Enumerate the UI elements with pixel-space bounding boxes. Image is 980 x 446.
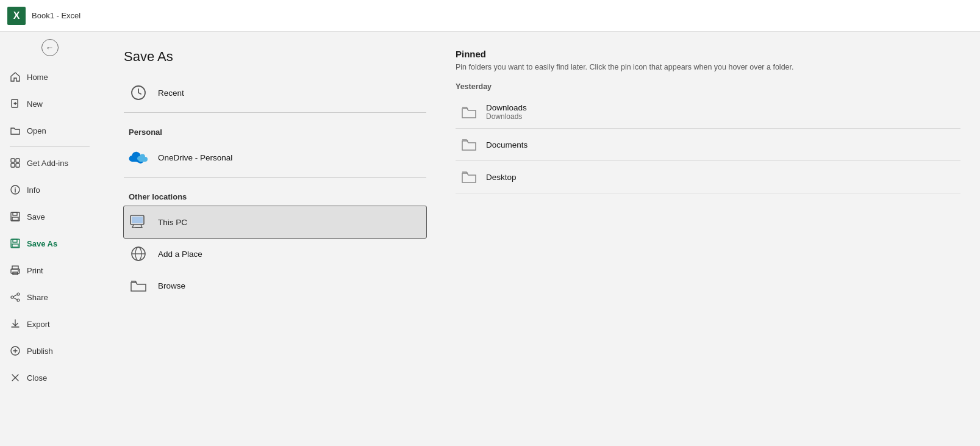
pinned-subtitle: Pin folders you want to easily find late… (456, 63, 960, 71)
addins-icon (10, 157, 21, 168)
export-icon (10, 318, 21, 329)
clock-icon (129, 83, 148, 103)
personal-divider (124, 112, 426, 113)
svg-rect-11 (13, 239, 17, 242)
folder-downloads-sub: Downloads (486, 112, 527, 121)
folder-icon-downloads (460, 104, 477, 121)
sidebar-item-info[interactable]: Info (0, 176, 99, 203)
folder-desktop[interactable]: Desktop (456, 161, 960, 193)
location-add-place[interactable]: Add a Place (124, 238, 426, 270)
saveas-right: Pinned Pin folders you want to easily fi… (441, 32, 980, 446)
svg-rect-1 (11, 159, 15, 162)
location-browse[interactable]: Browse (124, 270, 426, 301)
publish-icon (10, 345, 21, 356)
svg-rect-13 (12, 266, 18, 269)
app-body: ← Home New Open (0, 32, 980, 446)
other-divider (124, 177, 426, 178)
titlebar: X Book1 - Excel (0, 0, 980, 32)
folder-documents-texts: Documents (486, 140, 528, 149)
folder-downloads[interactable]: Downloads Downloads (456, 96, 960, 129)
saveas-locations: Save As Recent Personal (99, 32, 441, 446)
svg-point-18 (11, 296, 13, 298)
location-recent[interactable]: Recent (124, 77, 426, 109)
location-onedrive[interactable]: OneDrive - Personal (124, 142, 426, 173)
yesterday-label: Yesterday (456, 82, 960, 91)
folder-documents[interactable]: Documents (456, 129, 960, 161)
svg-rect-4 (16, 164, 20, 167)
open-icon (10, 125, 21, 136)
back-arrow-icon[interactable]: ← (41, 39, 59, 56)
save-icon (10, 211, 21, 222)
back-button[interactable]: ← (0, 32, 99, 63)
svg-point-16 (18, 270, 19, 272)
folder-downloads-name: Downloads (486, 103, 527, 112)
sidebar-item-share[interactable]: Share (0, 284, 99, 311)
sidebar-item-new[interactable]: New (0, 90, 99, 117)
svg-rect-3 (11, 164, 15, 167)
sidebar-item-save[interactable]: Save (0, 203, 99, 230)
sidebar-item-close[interactable]: Close (0, 364, 99, 391)
location-this-pc[interactable]: This PC (124, 206, 426, 238)
nav-divider-1 (10, 146, 90, 147)
onedrive-icon (129, 148, 148, 167)
svg-rect-23 (132, 217, 143, 223)
svg-point-19 (17, 299, 20, 301)
other-section-label: Other locations (129, 192, 421, 201)
pinned-title: Pinned (456, 49, 960, 59)
sidebar-item-print[interactable]: Print (0, 257, 99, 284)
browse-icon (129, 276, 148, 295)
saveas-panel: Save As Recent Personal (99, 32, 980, 446)
share-icon (10, 292, 21, 303)
svg-point-17 (17, 293, 20, 295)
folder-desktop-name: Desktop (486, 173, 517, 182)
excel-logo: X (7, 7, 26, 25)
save-as-icon (10, 238, 21, 249)
saveas-title: Save As (124, 49, 426, 65)
folder-icon-documents (460, 136, 477, 153)
info-icon (10, 184, 21, 195)
sidebar-item-home[interactable]: Home (0, 63, 99, 90)
svg-rect-2 (16, 159, 20, 162)
sidebar-nav: Home New Open (0, 63, 99, 446)
folder-desktop-texts: Desktop (486, 173, 517, 182)
titlebar-title: Book1 - Excel (32, 11, 80, 20)
new-icon (10, 98, 21, 109)
this-pc-icon (129, 212, 148, 232)
sidebar: ← Home New Open (0, 32, 99, 446)
folder-icon-desktop (460, 168, 477, 185)
folder-downloads-texts: Downloads Downloads (486, 103, 527, 121)
add-place-icon (129, 244, 148, 264)
close-menu-icon (10, 372, 21, 383)
personal-section-label: Personal (129, 128, 421, 137)
svg-rect-9 (12, 217, 18, 220)
sidebar-item-export[interactable]: Export (0, 311, 99, 337)
svg-rect-8 (13, 212, 17, 215)
sidebar-item-save-as[interactable]: Save As (0, 230, 99, 257)
location-list: Recent Personal OneDrive - Personal Othe… (124, 77, 426, 301)
svg-point-6 (15, 187, 16, 189)
home-icon (10, 71, 21, 82)
sidebar-item-addins[interactable]: Get Add-ins (0, 149, 99, 176)
folder-documents-name: Documents (486, 140, 528, 149)
print-icon (10, 265, 21, 276)
sidebar-item-publish[interactable]: Publish (0, 337, 99, 364)
sidebar-item-open[interactable]: Open (0, 117, 99, 144)
svg-rect-12 (12, 244, 18, 247)
